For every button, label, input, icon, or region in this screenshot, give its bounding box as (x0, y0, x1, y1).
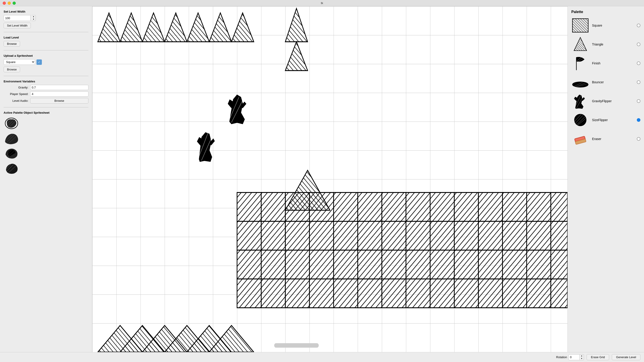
bouncer-palette-icon (571, 74, 589, 90)
palette-item-sizeflipper: SizeFlipper (571, 112, 640, 128)
palette-radio-square[interactable] (637, 24, 640, 27)
svg-rect-85 (382, 279, 406, 308)
sprite-blob-1 (4, 117, 19, 130)
svg-rect-32 (261, 192, 285, 221)
sprite-row-4 (4, 161, 88, 175)
player-speed-input[interactable] (30, 91, 88, 97)
svg-rect-89 (478, 279, 502, 308)
svg-point-106 (574, 114, 586, 126)
svg-rect-59 (237, 250, 261, 279)
palette-label-eraser: Eraser (592, 137, 634, 141)
palette-label-bouncer: Bouncer (592, 80, 634, 84)
sprite-type-dropdown[interactable]: ✓ (36, 60, 42, 65)
palette-title: Palette (571, 10, 640, 14)
sprite-row-2 (4, 132, 88, 145)
erase-grid-button[interactable]: Erase Grid (586, 354, 609, 360)
rotation-label: Rotation (556, 355, 567, 359)
rotation-up[interactable]: ▲ (580, 354, 584, 357)
svg-rect-49 (334, 221, 358, 250)
svg-rect-64 (358, 250, 382, 279)
right-panel: Palette Square (568, 6, 644, 352)
svg-rect-81 (285, 279, 310, 308)
window-title: tk (321, 1, 323, 5)
gravityflipper-palette-icon (571, 93, 589, 109)
upload-spritesheet-label: Upload a Spritesheet (4, 54, 88, 57)
canvas-area[interactable] (92, 6, 568, 352)
rotation-steppers[interactable]: ▲ ▼ (580, 354, 584, 360)
load-level-browse-button[interactable]: Browse (4, 41, 20, 47)
svg-rect-92 (551, 279, 568, 308)
sprite-row-1 (4, 117, 88, 130)
svg-marker-96 (574, 37, 586, 51)
svg-rect-90 (502, 279, 526, 308)
set-level-width-button[interactable]: Set Level Width (4, 23, 31, 28)
rotation-input-wrap: ▲ ▼ (568, 354, 584, 360)
ground-blocks (237, 192, 568, 279)
eraser-palette-icon (571, 131, 589, 147)
svg-rect-83 (334, 279, 358, 308)
level-audio-browse-button[interactable]: Browse (30, 98, 88, 104)
palette-item-finish: Finish (571, 55, 640, 71)
svg-rect-56 (502, 221, 526, 250)
palette-radio-eraser[interactable] (637, 137, 640, 141)
svg-rect-53 (430, 221, 454, 250)
svg-rect-41 (478, 192, 502, 221)
sizeflipper-palette-icon (571, 112, 589, 128)
svg-rect-31 (237, 192, 261, 221)
rotation-input[interactable] (568, 354, 580, 360)
palette-item-gravityflipper: GravityFlipper (571, 93, 640, 109)
generate-level-button[interactable]: Generate Level (612, 354, 640, 360)
svg-rect-38 (406, 192, 430, 221)
level-width-down[interactable]: ▼ (32, 18, 36, 21)
level-width-input[interactable] (4, 15, 30, 21)
palette-label-square: Square (592, 24, 634, 27)
sprite-blob-3 (4, 146, 19, 160)
svg-rect-44 (551, 192, 568, 221)
palette-item-triangle: Triangle (571, 37, 640, 52)
svg-rect-94 (572, 19, 588, 32)
svg-rect-71 (527, 250, 551, 279)
palette-item-bouncer: Bouncer (571, 74, 640, 90)
palette-radio-bouncer[interactable] (637, 80, 640, 84)
palette-label-finish: Finish (592, 62, 634, 65)
svg-rect-79 (237, 279, 261, 308)
palette-radio-gravityflipper[interactable] (637, 99, 640, 103)
sprite-type-select[interactable]: Square Triangle Circle (4, 59, 35, 65)
game-canvas[interactable] (92, 6, 568, 352)
square-palette-icon (571, 18, 589, 33)
svg-rect-60 (261, 250, 285, 279)
minimize-button[interactable] (8, 2, 11, 5)
palette-radio-sizeflipper[interactable] (637, 118, 640, 122)
svg-rect-65 (382, 250, 406, 279)
palette-item-eraser: Eraser (571, 131, 640, 147)
gravity-input[interactable] (30, 85, 88, 90)
sprite-blob-4 (4, 161, 19, 175)
sprite-blob-2 (4, 132, 19, 145)
close-button[interactable] (3, 2, 6, 5)
svg-rect-47 (285, 221, 310, 250)
svg-rect-36 (358, 192, 382, 221)
maximize-button[interactable] (12, 2, 16, 5)
svg-rect-91 (527, 279, 551, 308)
upload-browse-button[interactable]: Browse (4, 67, 20, 72)
level-width-stepper[interactable]: ▲ ▼ (32, 15, 36, 21)
canvas-scrollbar[interactable] (274, 343, 319, 348)
svg-rect-43 (527, 192, 551, 221)
svg-rect-50 (358, 221, 382, 250)
rotation-down[interactable]: ▼ (580, 357, 584, 360)
svg-rect-39 (430, 192, 454, 221)
rotation-group: Rotation ▲ ▼ (556, 354, 584, 360)
palette-radio-triangle[interactable] (637, 43, 640, 46)
gravity-label: Gravity: (4, 86, 28, 89)
svg-rect-72 (551, 250, 568, 279)
palette-radio-finish[interactable] (637, 62, 640, 65)
titlebar: tk (0, 0, 644, 6)
svg-rect-57 (527, 221, 551, 250)
svg-rect-51 (382, 221, 406, 250)
svg-rect-84 (358, 279, 382, 308)
svg-rect-34 (310, 192, 334, 221)
svg-rect-42 (502, 192, 526, 221)
sprite-previews (4, 117, 88, 175)
level-width-up[interactable]: ▲ (32, 15, 36, 18)
svg-rect-80 (261, 279, 285, 308)
